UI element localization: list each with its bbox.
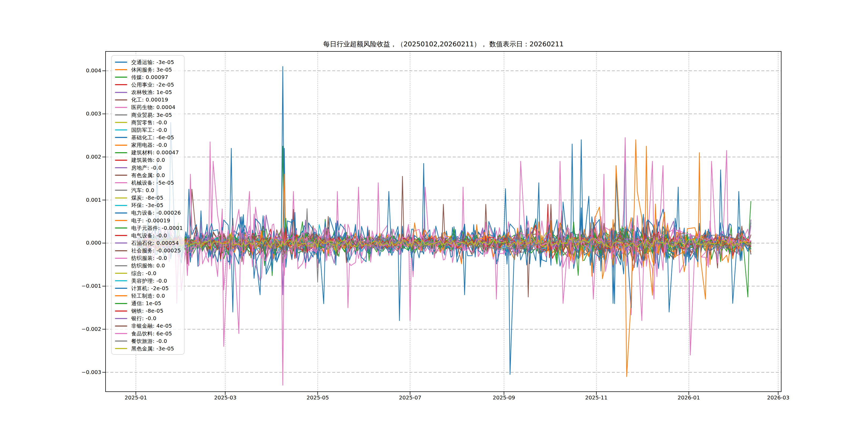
legend-item-label: 休闲服务: 3e-05 [131, 66, 172, 73]
legend-item: 家用电器: -0.0 [115, 142, 183, 149]
legend-line-swatch [115, 122, 127, 123]
legend-line-swatch [115, 84, 127, 85]
legend-line-swatch [115, 227, 127, 228]
legend-item: 机械设备: -5e-05 [115, 179, 183, 186]
legend-item-label: 纺织服装: -0.0 [131, 254, 167, 262]
legend-line-swatch [115, 107, 127, 108]
legend-item: 公用事业: -2e-05 [115, 81, 183, 88]
series-line-计算机 [137, 140, 751, 374]
legend-line-swatch [115, 288, 127, 289]
legend-line-swatch [115, 341, 127, 342]
legend-line-swatch [115, 114, 127, 116]
legend-item-label: 社会服务: -0.00025 [131, 247, 181, 254]
legend-item-label: 公用事业: -2e-05 [131, 81, 174, 88]
legend-item: 纺织服饰: 0.0 [115, 262, 183, 270]
legend-item-label: 综合: -0.0 [131, 270, 156, 277]
legend-item-label: 房地产: -0.0 [131, 164, 162, 172]
legend-line-swatch [115, 280, 127, 281]
legend-item-label: 建筑装饰: 0.0 [131, 156, 165, 164]
legend-item: 综合: -0.0 [115, 270, 183, 277]
legend-item-label: 有色金属: 0.0 [131, 172, 165, 179]
legend-line-swatch [115, 235, 127, 236]
legend-item: 休闲服务: 3e-05 [115, 66, 183, 73]
legend-item: 商业贸易: 3e-05 [115, 111, 183, 119]
legend-item-label: 纺织服饰: 0.0 [131, 262, 165, 269]
legend-item-label: 电子: -0.00019 [131, 217, 170, 224]
series-line-基础化工 [137, 66, 751, 312]
x-tick-label: 2025-01 [113, 394, 159, 401]
legend-item: 国防军工: -0.0 [115, 126, 183, 134]
legend-item-label: 计算机: -2e-05 [131, 285, 169, 292]
legend-line-swatch [115, 129, 127, 130]
legend-item-label: 非银金融: 4e-05 [131, 322, 172, 330]
legend-item: 交通运输: -3e-05 [115, 58, 183, 66]
legend-item: 非银金融: 4e-05 [115, 322, 183, 330]
legend-item-label: 食品饮料: 6e-05 [131, 330, 172, 337]
legend-line-swatch [115, 326, 127, 327]
legend-line-swatch [115, 310, 127, 312]
legend-item-label: 美容护理: -0.0 [131, 277, 167, 284]
legend-line-swatch [115, 62, 127, 63]
legend-line-swatch [115, 250, 127, 251]
legend-line-swatch [115, 295, 127, 296]
x-tick-label: 2025-07 [388, 394, 433, 401]
legend-item: 商贸零售: -0.0 [115, 119, 183, 126]
legend-item: 美容护理: -0.0 [115, 277, 183, 284]
legend-item-label: 石油石化: 0.00054 [131, 240, 179, 247]
legend-item: 有色金属: 0.0 [115, 172, 183, 179]
y-tick-label: 0.004 [61, 67, 101, 74]
legend-line-swatch [115, 348, 127, 349]
legend-item-label: 煤炭: -8e-05 [131, 194, 163, 202]
y-tick-label: −0.002 [61, 326, 101, 332]
legend-line-swatch [115, 137, 127, 138]
legend-item: 电子元器件: -0.00014 [115, 224, 183, 232]
legend-item-label: 机械设备: -5e-05 [131, 179, 174, 186]
legend-item: 传媒: 0.00097 [115, 73, 183, 81]
legend-item: 房地产: -0.0 [115, 164, 183, 172]
gridlines [105, 52, 781, 392]
legend-item-label: 钢铁: -8e-05 [131, 307, 163, 314]
legend-item-label: 家用电器: -0.0 [131, 142, 167, 149]
y-tick-label: −0.001 [61, 283, 101, 289]
plot-border [105, 52, 781, 392]
legend-line-swatch [115, 160, 127, 161]
legend-item: 通信: 1e-05 [115, 300, 183, 307]
legend-item-label: 餐饮旅游: -0.0 [131, 338, 167, 345]
legend-item-label: 化工: 0.00019 [131, 96, 168, 103]
legend-item-label: 银行: -0.0 [131, 315, 156, 322]
legend-item: 钢铁: -8e-05 [115, 307, 183, 315]
x-tick-label: 2025-03 [203, 394, 248, 401]
legend-line-swatch [115, 318, 127, 319]
legend-item: 汽车: 0.0 [115, 186, 183, 194]
legend-item: 电子: -0.00019 [115, 217, 183, 224]
legend-line-swatch [115, 182, 127, 183]
legend-item: 基础化工: -6e-05 [115, 134, 183, 141]
legend-item: 餐饮旅游: -0.0 [115, 337, 183, 345]
legend-item: 计算机: -2e-05 [115, 284, 183, 292]
legend-item: 食品饮料: 6e-05 [115, 330, 183, 337]
x-tick-label: 2026-03 [755, 394, 801, 401]
legend-item: 化工: 0.00019 [115, 96, 183, 104]
legend-line-swatch [115, 190, 127, 191]
legend-item: 银行: -0.0 [115, 315, 183, 322]
legend-line-swatch [115, 69, 127, 70]
chart-title: 每日行业超额风险收益，（20250102,20260211）， 数值表示日：20… [105, 40, 781, 49]
legend-item-label: 基础化工: -6e-05 [131, 134, 174, 141]
legend-item: 轻工制造: 0.0 [115, 292, 183, 300]
y-tick-label: 0.000 [61, 240, 101, 246]
legend-item: 建筑材料: 0.00047 [115, 149, 183, 156]
legend-line-swatch [115, 175, 127, 176]
x-tick-label: 2025-09 [481, 394, 527, 401]
legend-item: 石油石化: 0.00054 [115, 239, 183, 247]
legend-line-swatch [115, 99, 127, 100]
legend-item: 黑色金属: -3e-05 [115, 345, 183, 352]
legend-item: 环保: -3e-05 [115, 202, 183, 209]
legend-line-swatch [115, 333, 127, 334]
legend-item-label: 交通运输: -3e-05 [131, 59, 174, 66]
legend-line-swatch [115, 265, 127, 266]
legend-item-label: 环保: -3e-05 [131, 202, 163, 209]
y-tick-label: 0.002 [61, 154, 101, 160]
legend-item-label: 国防军工: -0.0 [131, 126, 167, 134]
legend-line-swatch [115, 258, 127, 259]
legend-item: 农林牧渔: 1e-05 [115, 89, 183, 96]
